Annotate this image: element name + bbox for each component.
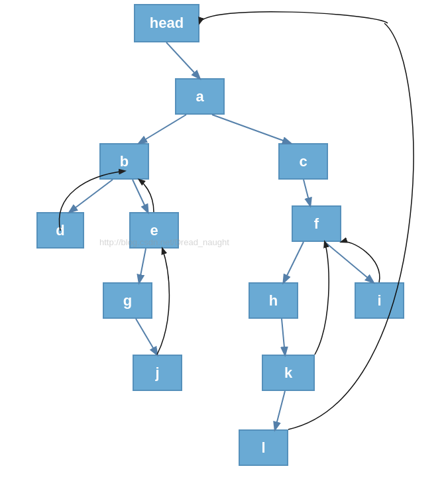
node-head-label: head	[150, 15, 184, 32]
node-e-label: e	[150, 222, 158, 239]
node-d-label: d	[56, 222, 64, 239]
node-l-label: l	[261, 439, 265, 457]
svg-line-4	[133, 180, 148, 212]
node-head: head	[134, 4, 199, 42]
node-g: g	[103, 282, 152, 319]
node-j-label: j	[155, 364, 159, 382]
svg-line-5	[304, 180, 310, 205]
node-h-label: h	[269, 292, 278, 309]
node-b: b	[99, 143, 149, 180]
node-c-label: c	[299, 153, 307, 170]
node-c: c	[278, 143, 328, 180]
node-a-label: a	[196, 88, 203, 105]
arrows-svg	[0, 0, 448, 503]
node-f: f	[292, 205, 341, 242]
node-a: a	[175, 78, 225, 115]
node-i-label: i	[377, 292, 381, 309]
svg-line-7	[284, 242, 304, 282]
svg-line-2	[212, 115, 290, 143]
node-j: j	[133, 355, 182, 391]
node-e: e	[129, 212, 179, 249]
node-i: i	[355, 282, 404, 319]
node-k-label: k	[284, 364, 292, 382]
svg-line-3	[70, 180, 113, 212]
svg-line-9	[136, 319, 157, 355]
node-g-label: g	[123, 292, 132, 309]
node-d: d	[36, 212, 84, 249]
svg-line-11	[275, 391, 285, 429]
svg-line-8	[325, 242, 373, 282]
node-k: k	[262, 355, 315, 391]
svg-line-6	[139, 249, 146, 282]
svg-line-1	[139, 115, 186, 143]
svg-line-0	[166, 42, 199, 78]
node-b-label: b	[120, 153, 129, 170]
node-f-label: f	[314, 215, 319, 233]
svg-line-10	[282, 319, 285, 355]
node-h: h	[249, 282, 298, 319]
node-l: l	[239, 429, 288, 466]
